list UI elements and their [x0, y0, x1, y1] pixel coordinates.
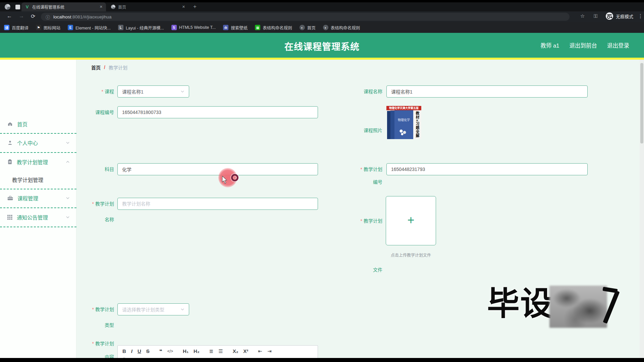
logout-link[interactable]: 退出登录 — [607, 41, 629, 49]
bookmark-icon: ılı — [223, 25, 228, 30]
chevron-down-icon — [180, 307, 184, 311]
sidebar-item-personal-center[interactable]: 个人中心 — [0, 136, 76, 149]
course-no-input[interactable] — [117, 106, 318, 118]
sidebar-item-teaching-plan-mgmt[interactable]: 教学计划管理 — [0, 156, 76, 168]
divider — [0, 133, 76, 134]
chevron-up-icon — [66, 160, 70, 164]
new-tab-button[interactable]: + — [193, 3, 197, 10]
file-upload-dropzone[interactable]: + — [386, 196, 436, 245]
plan-file-label: *教学计划 — [339, 215, 382, 227]
plus-icon: + — [407, 213, 414, 227]
menu-dots-icon[interactable]: ⋮ — [638, 13, 643, 19]
tab-home[interactable]: 首页 ✕ — [107, 2, 189, 11]
course-photo-image[interactable]: 物理化学天津大学第五版 物理化学 教材+习题全解 — [386, 106, 421, 139]
site-info-icon[interactable]: ⓘ — [46, 14, 50, 20]
plan-file-label-2: 文件 — [339, 264, 382, 276]
book-cover: 物理化学 — [394, 110, 413, 139]
divider — [0, 189, 76, 189]
bookmark-wallpaper[interactable]: ılı搜索壁纸 — [223, 24, 248, 31]
heading2-button[interactable]: H₂ — [194, 348, 200, 354]
bookmark-homepage[interactable]: ◐首页 — [300, 24, 316, 31]
bookmark-html5[interactable]: 5HTML5 Website T... — [171, 25, 216, 30]
course-photo-label: 课程照片 — [339, 124, 382, 136]
bookmark-icon: ▦ — [255, 25, 260, 30]
course-select[interactable]: 课程名称1 — [117, 85, 189, 98]
book-cover-title: 物理化学 — [394, 118, 413, 122]
divider — [0, 152, 76, 153]
sidebar-item-notice-mgmt[interactable]: 通知公告管理 — [0, 211, 76, 224]
course-no-label: 课程编号 — [70, 106, 114, 118]
sidebar-item-home[interactable]: 首页 — [0, 118, 76, 130]
bookmark-element[interactable]: EElement - 网站快... — [68, 24, 111, 31]
forward-icon[interactable]: → — [19, 13, 24, 19]
rich-text-editor[interactable]: B I U S ❝ </> H₁ H₂ ≣ ☰ X₂ X² ⇤ ⇥ ⟨⟩ A 字… — [117, 345, 318, 358]
tab-close-icon[interactable]: ✕ — [182, 5, 185, 9]
strikethrough-button[interactable]: S — [146, 348, 150, 354]
plan-type-select[interactable]: 请选择教学计划类型 — [117, 303, 189, 315]
site-header: 在线课程管理系统 教师 a1 退出到前台 退出登录 — [0, 33, 644, 58]
bookmark-icon: E — [68, 25, 73, 30]
bookmark-table-naming[interactable]: ▦表结构命名规则 — [255, 24, 292, 31]
tab-title: 首页 — [118, 4, 179, 10]
subscript-button[interactable]: X₂ — [233, 348, 238, 354]
plan-name-input[interactable] — [117, 198, 318, 210]
blockquote-button[interactable]: ❝ — [159, 348, 162, 354]
plan-no-label: *教学计划 — [339, 163, 382, 175]
browser-window: V 在线课程管理系统 ✕ 首页 ✕ + ← → ⟳ ⓘ localhost :8… — [0, 2, 644, 358]
underline-button[interactable]: U — [138, 348, 141, 354]
browser-logo-icon[interactable] — [5, 4, 10, 10]
course-name-input[interactable] — [386, 85, 588, 98]
tab-strip: V 在线课程管理系统 ✕ 首页 ✕ + — [0, 2, 644, 11]
bookmark-layui[interactable]: LLayui - 经典开源模... — [118, 24, 164, 31]
sidebar-subitem-teaching-plan-mgmt[interactable]: 教学计划管理 — [12, 175, 72, 185]
bold-button[interactable]: B — [122, 348, 126, 354]
watermark-blurred-region — [549, 286, 607, 328]
ordered-list-button[interactable]: ≣ — [209, 348, 214, 354]
plan-content-label: *教学计划 — [70, 338, 114, 350]
toolbar: ← → ⟳ ⓘ localhost :8081/#/jiaoxuejihua ☆… — [0, 11, 644, 22]
address-bar[interactable]: ⓘ localhost :8081/#/jiaoxuejihua — [41, 13, 570, 21]
plan-type-label: *教学计划 — [70, 303, 114, 315]
bookmark-baidu-translate[interactable]: 译百度翻译 — [4, 24, 29, 31]
back-icon[interactable]: ← — [7, 13, 12, 19]
plan-name-label: *教学计划 — [70, 198, 114, 210]
bookmark-table-naming-2[interactable]: ◐表结构命名规则 — [323, 24, 360, 31]
italic-button[interactable]: I — [131, 348, 132, 354]
incognito-label: 无痕模式 — [616, 13, 633, 19]
tab-close-icon[interactable]: ✕ — [100, 5, 103, 9]
sidebar-item-course-mgmt[interactable]: 课程管理 — [0, 192, 76, 204]
divider — [0, 227, 76, 227]
breadcrumb-home[interactable]: 首页 — [91, 64, 101, 71]
molecule-graphic — [399, 129, 408, 136]
exit-to-front-link[interactable]: 退出到前台 — [570, 41, 597, 49]
watermark-text: 毕设 — [487, 286, 553, 322]
code-button[interactable]: </> — [167, 348, 173, 354]
bookmark-icon-site[interactable]: ⚑图标网站 — [36, 24, 60, 31]
home-icon — [7, 121, 13, 127]
breadcrumb-current: 教学计划 — [109, 64, 127, 71]
plan-no-input[interactable] — [386, 163, 588, 175]
user-icon — [7, 140, 13, 145]
tab-course-system[interactable]: V 在线课程管理系统 ✕ — [21, 2, 106, 11]
outdent-button[interactable]: ⇤ — [258, 348, 262, 354]
heading1-button[interactable]: H₁ — [183, 348, 189, 354]
superscript-button[interactable]: X² — [243, 348, 248, 354]
accent-strip — [0, 58, 644, 60]
key-icon[interactable]: ⚿ — [594, 13, 597, 19]
pinned-tab-icon[interactable] — [15, 5, 20, 9]
reload-icon[interactable]: ⟳ — [31, 13, 35, 19]
sidebar: 首页 个人中心 教学计划管理 教学计划管理 课程管理 通知公告管理 — [0, 60, 76, 358]
bookmark-icon: L — [118, 25, 123, 30]
plan-type-label-2: 类型 — [70, 319, 114, 331]
plan-no-label-2: 编号 — [339, 176, 382, 188]
bookmark-icon: ◐ — [300, 25, 305, 30]
bookmark-star-icon[interactable]: ☆ — [580, 13, 585, 19]
bookmark-icon: 5 — [171, 25, 177, 30]
book-side-text: 教材+习题全解 — [413, 110, 421, 139]
bullet-list-button[interactable]: ☰ — [218, 348, 223, 354]
user-name[interactable]: 教师 a1 — [541, 41, 559, 49]
scrollbar-thumb[interactable] — [640, 63, 643, 143]
url-host: localhost — [53, 14, 71, 19]
subject-input[interactable] — [117, 163, 318, 175]
indent-button[interactable]: ⇥ — [267, 348, 272, 354]
